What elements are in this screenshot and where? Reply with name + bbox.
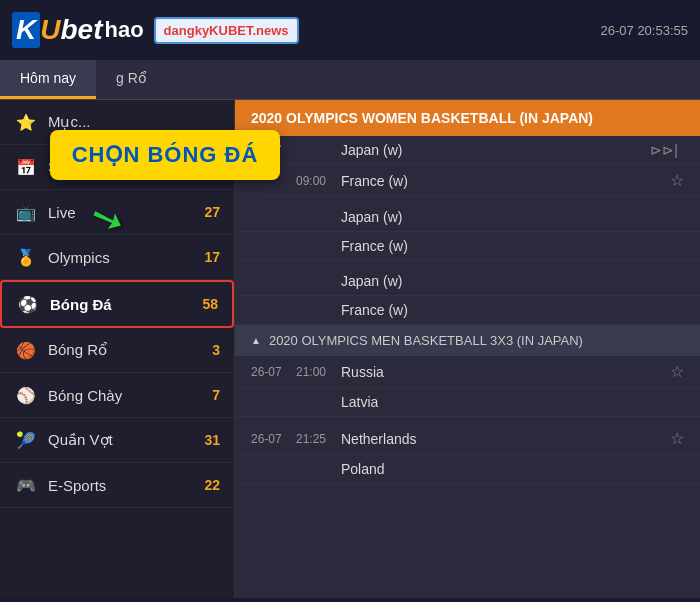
table-row: 26-07 21:00 Russia ☆	[235, 356, 700, 388]
section1-title: 2020 OLYMPICS WOMEN BASKETBALL (IN JAPAN…	[251, 110, 593, 126]
table-row: Japan (w)	[235, 203, 700, 232]
section2-title: 2020 OLYMPICS MEN BASKETBALL 3X3 (IN JAP…	[269, 333, 583, 348]
sidebar-item-label: Mục...	[48, 113, 220, 131]
match-team: Poland	[341, 461, 684, 477]
section1-header: 2020 OLYMPICS WOMEN BASKETBALL (IN JAPAN…	[235, 100, 700, 136]
logo: K U bet hao	[12, 12, 144, 48]
sidebar-item-bongro[interactable]: 🏀 Bóng Rổ 3	[0, 328, 234, 373]
sidebar-item-count: 31	[204, 432, 220, 448]
datetime: 26-07 20:53:55	[601, 23, 688, 38]
tab-bongro[interactable]: g Rổ	[96, 60, 167, 99]
logo-u: U	[40, 14, 60, 46]
table-row: France (w)	[235, 296, 700, 325]
logo-hao: hao	[104, 17, 143, 43]
logo-k: K	[12, 12, 40, 48]
nav-tabs: Hôm nay g Rổ	[0, 60, 700, 100]
tennis-icon: 🎾	[14, 428, 38, 452]
match-team: Netherlands	[341, 431, 670, 447]
table-row: Latvia	[235, 388, 700, 417]
match-date: 26-07	[251, 432, 296, 446]
tv-icon: 📺	[14, 200, 38, 224]
header: K U bet hao dangkyKUBET.news 26-07 20:53…	[0, 0, 700, 60]
calendar-icon: 📅	[14, 155, 38, 179]
match-team: France (w)	[341, 173, 670, 189]
sidebar-item-label: Bóng Chày	[48, 387, 212, 404]
sidebar-item-label: Bóng Rổ	[48, 341, 212, 359]
tooltip-box: CHỌN BÓNG ĐÁ	[50, 130, 235, 180]
match-team: France (w)	[341, 302, 684, 318]
domain-badge: dangkyKUBET.news	[154, 17, 299, 44]
sidebar-item-esports[interactable]: 🎮 E-Sports 22	[0, 463, 234, 508]
sidebar-item-count: 17	[204, 249, 220, 265]
sidebar-item-count: 7	[212, 387, 220, 403]
sidebar-item-label: Quần Vợt	[48, 431, 204, 449]
sidebar-item-quanvot[interactable]: 🎾 Quần Vợt 31	[0, 418, 234, 463]
baseball-icon: ⚾	[14, 383, 38, 407]
soccer-icon: ⚽	[16, 292, 40, 316]
content-area: 2020 OLYMPICS WOMEN BASKETBALL (IN JAPAN…	[235, 100, 700, 598]
sidebar-item-label: Olympics	[48, 249, 204, 266]
match-team: Japan (w)	[341, 209, 684, 225]
gamepad-icon: 🎮	[14, 473, 38, 497]
star-icon: ⭐	[14, 110, 38, 134]
match-team: France (w)	[341, 238, 684, 254]
tab-homay[interactable]: Hôm nay	[0, 60, 96, 99]
table-row: 09:00 France (w) ☆	[235, 165, 700, 197]
match-time: 09:00	[296, 174, 341, 188]
favorite-star[interactable]: ☆	[670, 362, 684, 381]
sidebar-item-count: 27	[204, 204, 220, 220]
main-layout: CHỌN BÓNG ĐÁ ➘ ⭐ Mục... 📅 Sắp thi đấu 8 …	[0, 100, 700, 598]
logo-bet: bet	[60, 14, 102, 46]
sidebar-item-count: 3	[212, 342, 220, 358]
match-date: 26-07	[251, 365, 296, 379]
match-team: Russia	[341, 364, 670, 380]
match-time: 21:25	[296, 432, 341, 446]
match-time: 21:00	[296, 365, 341, 379]
match-team: Latvia	[341, 394, 684, 410]
sidebar-item-label: Bóng Đá	[50, 296, 202, 313]
basketball-icon: 🏀	[14, 338, 38, 362]
sidebar: CHỌN BÓNG ĐÁ ➘ ⭐ Mục... 📅 Sắp thi đấu 8 …	[0, 100, 235, 598]
sidebar-item-bongchay[interactable]: ⚾ Bóng Chày 7	[0, 373, 234, 418]
match-team: Japan (w)	[341, 273, 684, 289]
table-row: Poland	[235, 455, 700, 484]
table-row: 27-07 Japan (w) ⊳⊳|	[235, 136, 700, 165]
table-row: 26-07 21:25 Netherlands ☆	[235, 423, 700, 455]
sidebar-item-olympics[interactable]: 🏅 Olympics 17	[0, 235, 234, 280]
sidebar-item-label: E-Sports	[48, 477, 204, 494]
sidebar-item-count: 58	[202, 296, 218, 312]
olympics-icon: 🏅	[14, 245, 38, 269]
sidebar-item-label: Live	[48, 204, 204, 221]
section2-header: ▲ 2020 OLYMPICS MEN BASKETBALL 3X3 (IN J…	[235, 325, 700, 356]
table-row: France (w)	[235, 232, 700, 261]
match-team: Japan (w)	[341, 142, 650, 158]
chevron-up-icon: ▲	[251, 335, 261, 346]
table-row: Japan (w)	[235, 267, 700, 296]
stream-icon: ⊳⊳|	[650, 142, 678, 158]
favorite-star[interactable]: ☆	[670, 429, 684, 448]
tooltip-text: CHỌN BÓNG ĐÁ	[72, 142, 235, 167]
sidebar-item-count: 22	[204, 477, 220, 493]
sidebar-item-bongda[interactable]: ⚽ Bóng Đá 58	[0, 280, 234, 328]
favorite-star[interactable]: ☆	[670, 171, 684, 190]
